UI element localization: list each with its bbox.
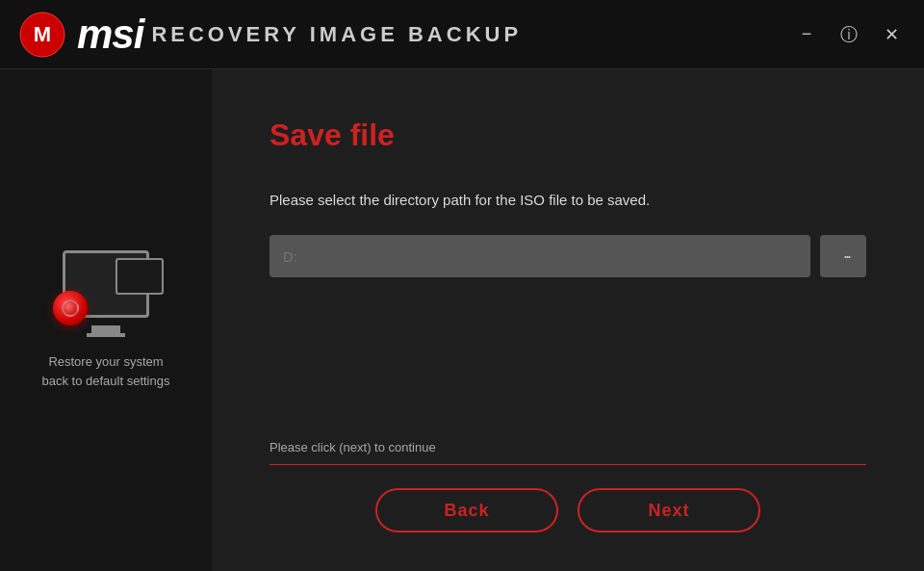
instruction-text: Please select the directory path for the… <box>270 192 866 208</box>
app-title: RECOVERY IMAGE BACKUP <box>151 22 522 47</box>
sidebar-icon-wrapper <box>53 250 159 337</box>
monitor-base <box>87 333 125 337</box>
restore-icon-inner <box>62 299 79 317</box>
path-row: ··· <box>270 235 866 277</box>
msi-brand-text: msi <box>77 14 143 55</box>
svg-text:M: M <box>34 22 51 46</box>
sidebar: Restore your system back to default sett… <box>0 69 212 571</box>
divider-line <box>270 464 866 465</box>
window-controls: − ⓘ ✕ <box>793 21 905 48</box>
monitor-stand <box>91 325 120 333</box>
button-row: Back Next <box>270 488 866 532</box>
hint-text: Please click (next) to continue <box>270 440 866 454</box>
main-layout: Restore your system back to default sett… <box>0 69 924 571</box>
back-button[interactable]: Back <box>375 488 558 532</box>
app-logo: M msi <box>19 12 143 58</box>
path-input[interactable] <box>270 235 810 277</box>
title-bar: M msi RECOVERY IMAGE BACKUP − ⓘ ✕ <box>0 0 924 69</box>
bottom-section: Please click (next) to continue Back Nex… <box>270 440 866 532</box>
close-button[interactable]: ✕ <box>878 21 905 48</box>
minimize-button[interactable]: − <box>793 21 820 48</box>
sidebar-description: Restore your system back to default sett… <box>42 352 170 390</box>
next-button[interactable]: Next <box>578 488 760 532</box>
info-button[interactable]: ⓘ <box>835 21 862 48</box>
msi-dragon-icon: M <box>19 12 65 58</box>
browse-button[interactable]: ··· <box>820 235 866 277</box>
restore-icon <box>53 291 88 325</box>
content-area: Save file Please select the directory pa… <box>212 69 924 571</box>
spacer <box>270 316 866 440</box>
small-monitor-icon <box>116 258 164 295</box>
page-title: Save file <box>270 117 866 153</box>
